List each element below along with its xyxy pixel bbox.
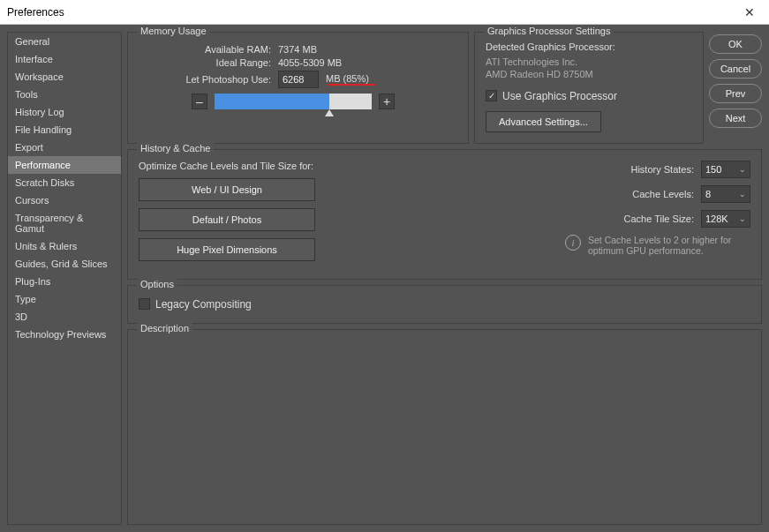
- sidebar-item-interface[interactable]: Interface: [8, 50, 121, 68]
- optimize-label: Optimize Cache Levels and Tile Size for:: [139, 161, 486, 171]
- history-states-label: History States:: [503, 164, 694, 175]
- dialog-buttons: OK Cancel Prev Next: [709, 32, 762, 144]
- cache-tile-size-label: Cache Tile Size:: [503, 214, 694, 224]
- ideal-range-label: Ideal Range:: [139, 57, 271, 68]
- cache-levels-label: Cache Levels:: [503, 189, 694, 199]
- history-cache-group: History & Cache Optimize Cache Levels an…: [127, 149, 762, 280]
- advanced-settings-button[interactable]: Advanced Settings...: [486, 111, 601, 132]
- main-panel: Memory Usage Available RAM: 7374 MB Idea…: [127, 32, 762, 525]
- cancel-button[interactable]: Cancel: [709, 59, 762, 79]
- sidebar-item-technology-previews[interactable]: Technology Previews: [8, 326, 121, 343]
- gpu-hint-text: Set Cache Levels to 2 or higher for opti…: [588, 235, 738, 257]
- info-icon: i: [565, 235, 581, 251]
- history-states-select[interactable]: 150⌄: [701, 161, 750, 178]
- gpu-device: AMD Radeon HD 8750M: [486, 69, 593, 79]
- sidebar-item-cursors[interactable]: Cursors: [8, 191, 121, 209]
- sidebar-item-scratch-disks[interactable]: Scratch Disks: [8, 174, 121, 191]
- sidebar: General Interface Workspace Tools Histor…: [7, 32, 122, 525]
- sidebar-item-guides-grid-slices[interactable]: Guides, Grid & Slices: [8, 255, 121, 273]
- description-group: Description: [127, 329, 762, 525]
- chevron-down-icon: ⌄: [739, 165, 746, 174]
- chevron-down-icon: ⌄: [739, 190, 746, 199]
- annotation-underline: [328, 84, 375, 86]
- sidebar-item-workspace[interactable]: Workspace: [8, 68, 121, 86]
- sidebar-item-history-log[interactable]: History Log: [8, 103, 121, 121]
- memory-legend: Memory Usage: [137, 26, 210, 36]
- memory-slider-thumb[interactable]: [325, 109, 334, 116]
- gpu-legend: Graphics Processor Settings: [484, 26, 614, 36]
- web-ui-design-button[interactable]: Web / UI Design: [139, 178, 315, 201]
- legacy-compositing-label: Legacy Compositing: [155, 298, 252, 311]
- sidebar-item-performance[interactable]: Performance: [8, 156, 121, 174]
- legacy-compositing-checkbox[interactable]: [139, 298, 150, 310]
- cache-tile-size-select[interactable]: 128K⌄: [701, 210, 750, 228]
- gpu-info: ATI Technologies Inc. AMD Radeon HD 8750…: [486, 56, 692, 81]
- use-gpu-label: Use Graphics Processor: [502, 90, 617, 102]
- available-ram-value: 7374 MB: [278, 44, 317, 55]
- next-button[interactable]: Next: [709, 109, 762, 128]
- titlebar: Preferences ✕: [0, 0, 769, 25]
- default-photos-button[interactable]: Default / Photos: [139, 208, 315, 231]
- memory-decrease-button[interactable]: –: [192, 94, 207, 109]
- sidebar-item-transparency-gamut[interactable]: Transparency & Gamut: [8, 209, 121, 237]
- sidebar-item-type[interactable]: Type: [8, 290, 121, 308]
- sidebar-item-export[interactable]: Export: [8, 139, 121, 156]
- prev-button[interactable]: Prev: [709, 84, 762, 103]
- memory-increase-button[interactable]: +: [379, 94, 395, 109]
- memory-usage-group: Memory Usage Available RAM: 7374 MB Idea…: [127, 32, 469, 144]
- ok-button[interactable]: OK: [709, 34, 762, 54]
- use-gpu-checkbox[interactable]: ✓: [486, 90, 497, 101]
- use-unit: MB (85%): [326, 73, 375, 84]
- photoshop-use-input[interactable]: [278, 71, 319, 88]
- chevron-down-icon: ⌄: [739, 214, 746, 223]
- sidebar-item-tools[interactable]: Tools: [8, 86, 121, 103]
- memory-slider[interactable]: [215, 94, 372, 109]
- top-row: Memory Usage Available RAM: 7374 MB Idea…: [127, 32, 762, 144]
- huge-pixel-button[interactable]: Huge Pixel Dimensions: [139, 238, 315, 261]
- gpu-settings-group: Graphics Processor Settings Detected Gra…: [474, 32, 704, 144]
- let-use-label: Let Photoshop Use:: [139, 74, 271, 85]
- memory-slider-fill: [215, 94, 329, 109]
- options-group: Options Legacy Compositing: [127, 285, 762, 324]
- description-legend: Description: [137, 323, 192, 333]
- gpu-vendor: ATI Technologies Inc.: [486, 56, 577, 67]
- window-title: Preferences: [7, 6, 737, 19]
- available-ram-label: Available RAM:: [139, 44, 271, 55]
- options-legend: Options: [137, 279, 177, 289]
- cache-levels-select[interactable]: 8⌄: [701, 185, 750, 203]
- history-legend: History & Cache: [137, 143, 214, 154]
- sidebar-item-general[interactable]: General: [8, 33, 121, 50]
- ideal-range-value: 4055-5309 MB: [278, 57, 342, 68]
- content: General Interface Workspace Tools Histor…: [0, 25, 769, 532]
- close-icon[interactable]: ✕: [737, 5, 762, 19]
- sidebar-item-plug-ins[interactable]: Plug-Ins: [8, 273, 121, 290]
- sidebar-item-file-handling[interactable]: File Handling: [8, 121, 121, 139]
- sidebar-item-3d[interactable]: 3D: [8, 308, 121, 326]
- sidebar-item-units-rulers[interactable]: Units & Rulers: [8, 237, 121, 255]
- detected-gpu-label: Detected Graphics Processor:: [486, 41, 692, 52]
